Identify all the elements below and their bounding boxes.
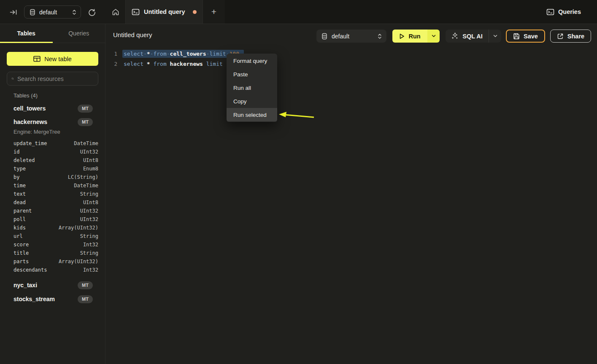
- queries-terminal-icon: [546, 8, 554, 16]
- sql-ai-button[interactable]: SQL AI: [446, 30, 489, 43]
- menu-item-format-query[interactable]: Format query: [227, 54, 277, 67]
- engine-label: Engine: MergeTree: [14, 129, 60, 135]
- code-token: hackernews: [170, 61, 203, 67]
- search-input[interactable]: [17, 75, 94, 82]
- table-name: hackernews: [14, 119, 78, 125]
- annotation-arrow: [278, 108, 315, 121]
- column-type: Array(UInt32): [59, 259, 98, 264]
- column-row: deletedUInt8: [14, 156, 98, 164]
- run-button[interactable]: Run: [392, 30, 427, 43]
- table-row-hackernews[interactable]: hackernews MT: [0, 117, 105, 127]
- column-name: poll: [14, 216, 26, 222]
- sidebar-tabs: Tables Queries: [0, 24, 105, 43]
- run-button-group: Run: [392, 30, 440, 43]
- code-token: from: [153, 61, 166, 67]
- code-token: *: [147, 61, 150, 67]
- column-name: dead: [14, 200, 26, 205]
- search-icon: [11, 75, 14, 82]
- column-name: kids: [14, 225, 26, 231]
- new-table-button[interactable]: New table: [7, 52, 98, 66]
- table-row-nyc-taxi[interactable]: nyc_taxi MT: [0, 280, 105, 290]
- column-type: LC(String): [68, 174, 98, 180]
- column-name: id: [14, 149, 19, 155]
- column-row: titleString: [14, 249, 98, 257]
- menu-item-run-selected[interactable]: Run selected: [227, 108, 277, 121]
- column-row: partsArray(UInt32): [14, 257, 98, 266]
- column-name: parts: [14, 259, 29, 264]
- column-row: idUInt32: [14, 148, 98, 156]
- line-content: select * from hackernews limit: [122, 60, 227, 68]
- tab-strip-background: [225, 0, 597, 24]
- topbar-database-value: default: [39, 9, 68, 16]
- engine-badge: MT: [78, 295, 93, 303]
- chevron-down-icon: [493, 35, 497, 38]
- column-type: UInt8: [83, 200, 98, 205]
- queries-button-label: Queries: [558, 8, 581, 15]
- code-token: limit: [210, 51, 226, 57]
- tab-untitled-query[interactable]: Untitled query: [125, 0, 203, 24]
- sidebar-tab-tables[interactable]: Tables: [0, 24, 53, 43]
- code-token: limit: [206, 61, 223, 67]
- home-icon: [112, 8, 119, 16]
- share-button[interactable]: Share: [550, 30, 591, 43]
- share-external-icon: [557, 33, 564, 40]
- save-button[interactable]: Save: [506, 30, 545, 43]
- sql-editor[interactable]: 1select·*·from·cell_towers·limit·100·2se…: [105, 49, 597, 69]
- code-line[interactable]: 2select * from hackernews limit: [105, 59, 597, 69]
- table-row-cell-towers[interactable]: cell_towers MT: [0, 104, 105, 113]
- column-row: parentUInt32: [14, 207, 98, 215]
- queries-button[interactable]: Queries: [546, 0, 581, 24]
- database-icon: [321, 33, 327, 40]
- save-button-label: Save: [524, 33, 538, 40]
- column-row: deadUInt8: [14, 198, 98, 207]
- column-type: DateTime: [74, 140, 98, 146]
- column-row: pollUInt32: [14, 215, 98, 224]
- code-token: ·: [167, 51, 170, 57]
- engine-badge: MT: [78, 281, 93, 289]
- column-type: UInt32: [80, 216, 98, 222]
- run-button-label: Run: [408, 33, 420, 40]
- new-tab-button[interactable]: +: [203, 0, 225, 24]
- unsaved-changes-dot: [193, 10, 197, 14]
- code-token: [143, 61, 147, 67]
- column-name: deleted: [14, 157, 35, 163]
- column-type: DateTime: [74, 183, 98, 189]
- home-button[interactable]: [105, 0, 125, 24]
- run-options-button[interactable]: [427, 30, 440, 43]
- menu-item-paste[interactable]: Paste: [227, 67, 277, 81]
- column-row: scoreInt32: [14, 240, 98, 249]
- line-number: 1: [105, 51, 117, 57]
- database-icon: [30, 9, 35, 16]
- refresh-button[interactable]: [86, 7, 97, 18]
- engine-badge: MT: [78, 118, 93, 126]
- engine-badge: MT: [78, 105, 93, 113]
- refresh-icon: [88, 8, 96, 16]
- top-bar: default Untitled query + Queries: [0, 0, 597, 24]
- table-row-stocks-stream[interactable]: stocks_stream MT: [0, 294, 105, 304]
- new-table-label: New table: [44, 56, 71, 62]
- column-name: score: [14, 242, 29, 248]
- play-icon: [399, 33, 405, 39]
- column-type: String: [80, 250, 98, 256]
- table-name: nyc_taxi: [14, 282, 78, 289]
- context-menu: Format queryPasteRun allCopyRun selected: [227, 54, 277, 122]
- sidebar-tab-queries[interactable]: Queries: [53, 24, 105, 43]
- menu-item-copy[interactable]: Copy: [227, 94, 277, 108]
- code-token: [223, 61, 226, 67]
- column-row: descendantsInt32: [14, 266, 98, 274]
- toolbar-database-value: default: [332, 33, 373, 40]
- column-row: timeDateTime: [14, 181, 98, 190]
- topbar-database-selector[interactable]: default: [24, 5, 81, 19]
- column-row: update_timeDateTime: [14, 139, 98, 148]
- column-type: UInt32: [80, 149, 98, 155]
- column-row: textString: [14, 190, 98, 198]
- sql-ai-options-button[interactable]: [489, 30, 501, 43]
- chevron-up-down-icon: [72, 9, 76, 15]
- column-name: descendants: [14, 267, 47, 273]
- menu-item-run-all[interactable]: Run all: [227, 81, 277, 94]
- collapse-sidebar-button[interactable]: [8, 7, 19, 17]
- toolbar-database-selector[interactable]: default: [316, 30, 386, 43]
- column-type: Enum8: [83, 166, 98, 172]
- column-type: String: [80, 233, 98, 239]
- code-line[interactable]: 1select·*·from·cell_towers·limit·100·: [105, 49, 597, 59]
